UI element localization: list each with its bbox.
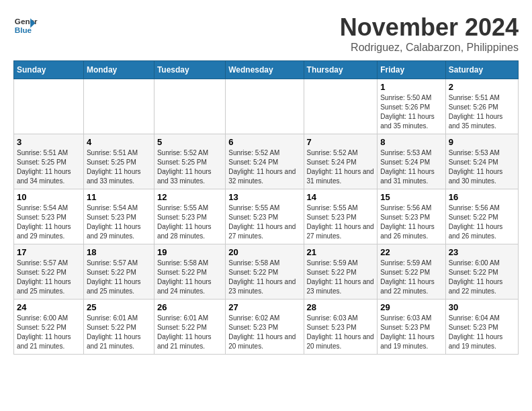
- day-number: 10: [17, 192, 81, 202]
- day-number: 15: [380, 192, 443, 202]
- calendar-cell: 23Sunrise: 6:00 AM Sunset: 5:22 PM Dayli…: [445, 244, 518, 300]
- svg-text:Blue: Blue: [15, 26, 32, 34]
- weekday-header: Monday: [83, 61, 154, 79]
- calendar-cell: 8Sunrise: 5:53 AM Sunset: 5:24 PM Daylig…: [378, 134, 446, 189]
- day-info: Sunrise: 5:54 AM Sunset: 5:23 PM Dayligh…: [17, 203, 81, 241]
- day-info: Sunrise: 5:55 AM Sunset: 5:23 PM Dayligh…: [228, 203, 300, 241]
- calendar-week-row: 17Sunrise: 5:57 AM Sunset: 5:22 PM Dayli…: [14, 244, 519, 300]
- day-number: 8: [380, 137, 443, 147]
- day-info: Sunrise: 6:03 AM Sunset: 5:23 PM Dayligh…: [307, 314, 375, 351]
- day-number: 17: [17, 247, 81, 257]
- day-number: 4: [87, 137, 151, 147]
- day-info: Sunrise: 5:59 AM Sunset: 5:22 PM Dayligh…: [307, 259, 375, 296]
- calendar-cell: 5Sunrise: 5:52 AM Sunset: 5:25 PM Daylig…: [154, 134, 225, 189]
- header-row: SundayMondayTuesdayWednesdayThursdayFrid…: [14, 61, 519, 79]
- calendar-table: SundayMondayTuesdayWednesdayThursdayFrid…: [13, 60, 519, 355]
- calendar-cell: 17Sunrise: 5:57 AM Sunset: 5:22 PM Dayli…: [14, 244, 84, 300]
- day-info: Sunrise: 5:57 AM Sunset: 5:22 PM Dayligh…: [17, 259, 81, 296]
- day-info: Sunrise: 5:56 AM Sunset: 5:23 PM Dayligh…: [380, 203, 443, 241]
- calendar-cell: [14, 79, 84, 134]
- day-info: Sunrise: 6:03 AM Sunset: 5:23 PM Dayligh…: [380, 314, 443, 351]
- calendar-cell: 14Sunrise: 5:55 AM Sunset: 5:23 PM Dayli…: [304, 189, 378, 244]
- day-info: Sunrise: 6:02 AM Sunset: 5:23 PM Dayligh…: [228, 314, 300, 351]
- day-number: 29: [380, 302, 443, 312]
- calendar-cell: 28Sunrise: 6:03 AM Sunset: 5:23 PM Dayli…: [304, 300, 378, 355]
- calendar-body: 1Sunrise: 5:50 AM Sunset: 5:26 PM Daylig…: [14, 79, 519, 355]
- day-info: Sunrise: 5:51 AM Sunset: 5:25 PM Dayligh…: [87, 148, 151, 186]
- day-info: Sunrise: 6:00 AM Sunset: 5:22 PM Dayligh…: [449, 259, 515, 296]
- day-info: Sunrise: 5:59 AM Sunset: 5:22 PM Dayligh…: [380, 259, 443, 296]
- calendar-cell: 26Sunrise: 6:01 AM Sunset: 5:22 PM Dayli…: [154, 300, 225, 355]
- location-subtitle: Rodriguez, Calabarzon, Philippines: [340, 42, 519, 54]
- day-info: Sunrise: 5:54 AM Sunset: 5:23 PM Dayligh…: [87, 203, 151, 241]
- calendar-cell: 1Sunrise: 5:50 AM Sunset: 5:26 PM Daylig…: [378, 79, 446, 134]
- calendar-cell: 6Sunrise: 5:52 AM Sunset: 5:24 PM Daylig…: [226, 134, 304, 189]
- weekday-header: Sunday: [14, 61, 84, 79]
- calendar-week-row: 1Sunrise: 5:50 AM Sunset: 5:26 PM Daylig…: [14, 79, 519, 134]
- day-number: 12: [157, 192, 222, 202]
- title-block: November 2024 Rodriguez, Calabarzon, Phi…: [340, 13, 519, 54]
- calendar-cell: 27Sunrise: 6:02 AM Sunset: 5:23 PM Dayli…: [226, 300, 304, 355]
- day-info: Sunrise: 5:52 AM Sunset: 5:24 PM Dayligh…: [228, 148, 300, 186]
- day-number: 16: [449, 192, 515, 202]
- calendar-header: SundayMondayTuesdayWednesdayThursdayFrid…: [14, 61, 519, 79]
- weekday-header: Friday: [378, 61, 446, 79]
- calendar-cell: 30Sunrise: 6:04 AM Sunset: 5:23 PM Dayli…: [445, 300, 518, 355]
- calendar-cell: 22Sunrise: 5:59 AM Sunset: 5:22 PM Dayli…: [378, 244, 446, 300]
- day-number: 25: [87, 302, 151, 312]
- page-header: General Blue November 2024 Rodriguez, Ca…: [13, 13, 519, 54]
- calendar-week-row: 10Sunrise: 5:54 AM Sunset: 5:23 PM Dayli…: [14, 189, 519, 244]
- calendar-cell: 20Sunrise: 5:58 AM Sunset: 5:22 PM Dayli…: [226, 244, 304, 300]
- calendar-cell: 7Sunrise: 5:52 AM Sunset: 5:24 PM Daylig…: [304, 134, 378, 189]
- day-info: Sunrise: 6:01 AM Sunset: 5:22 PM Dayligh…: [87, 314, 151, 351]
- calendar-cell: 29Sunrise: 6:03 AM Sunset: 5:23 PM Dayli…: [378, 300, 446, 355]
- calendar-cell: 10Sunrise: 5:54 AM Sunset: 5:23 PM Dayli…: [14, 189, 84, 244]
- day-number: 24: [17, 302, 81, 312]
- day-info: Sunrise: 5:58 AM Sunset: 5:22 PM Dayligh…: [228, 259, 300, 296]
- day-number: 18: [87, 247, 151, 257]
- day-info: Sunrise: 5:51 AM Sunset: 5:26 PM Dayligh…: [449, 93, 515, 131]
- calendar-week-row: 3Sunrise: 5:51 AM Sunset: 5:25 PM Daylig…: [14, 134, 519, 189]
- calendar-cell: 4Sunrise: 5:51 AM Sunset: 5:25 PM Daylig…: [83, 134, 154, 189]
- calendar-cell: 13Sunrise: 5:55 AM Sunset: 5:23 PM Dayli…: [226, 189, 304, 244]
- day-info: Sunrise: 6:04 AM Sunset: 5:23 PM Dayligh…: [449, 314, 515, 351]
- calendar-cell: [304, 79, 378, 134]
- calendar-cell: 3Sunrise: 5:51 AM Sunset: 5:25 PM Daylig…: [14, 134, 84, 189]
- day-info: Sunrise: 5:53 AM Sunset: 5:24 PM Dayligh…: [449, 148, 515, 186]
- calendar-cell: 19Sunrise: 5:58 AM Sunset: 5:22 PM Dayli…: [154, 244, 225, 300]
- weekday-header: Thursday: [304, 61, 378, 79]
- weekday-header: Tuesday: [154, 61, 225, 79]
- day-info: Sunrise: 5:58 AM Sunset: 5:22 PM Dayligh…: [157, 259, 222, 296]
- day-number: 26: [157, 302, 222, 312]
- day-info: Sunrise: 5:56 AM Sunset: 5:22 PM Dayligh…: [449, 203, 515, 241]
- day-info: Sunrise: 5:51 AM Sunset: 5:25 PM Dayligh…: [17, 148, 81, 186]
- logo-icon: General Blue: [13, 13, 38, 38]
- svg-text:General: General: [15, 17, 38, 26]
- day-info: Sunrise: 6:01 AM Sunset: 5:22 PM Dayligh…: [157, 314, 222, 351]
- day-number: 2: [449, 82, 515, 92]
- calendar-cell: 12Sunrise: 5:55 AM Sunset: 5:23 PM Dayli…: [154, 189, 225, 244]
- calendar-cell: 24Sunrise: 6:00 AM Sunset: 5:22 PM Dayli…: [14, 300, 84, 355]
- day-info: Sunrise: 6:00 AM Sunset: 5:22 PM Dayligh…: [17, 314, 81, 351]
- day-number: 13: [228, 192, 300, 202]
- day-number: 21: [307, 247, 375, 257]
- calendar-cell: 15Sunrise: 5:56 AM Sunset: 5:23 PM Dayli…: [378, 189, 446, 244]
- calendar-week-row: 24Sunrise: 6:00 AM Sunset: 5:22 PM Dayli…: [14, 300, 519, 355]
- day-info: Sunrise: 5:57 AM Sunset: 5:22 PM Dayligh…: [87, 259, 151, 296]
- day-number: 22: [380, 247, 443, 257]
- weekday-header: Wednesday: [226, 61, 304, 79]
- weekday-header: Saturday: [445, 61, 518, 79]
- calendar-cell: [154, 79, 225, 134]
- calendar-cell: 2Sunrise: 5:51 AM Sunset: 5:26 PM Daylig…: [445, 79, 518, 134]
- day-number: 5: [157, 137, 222, 147]
- calendar-cell: 11Sunrise: 5:54 AM Sunset: 5:23 PM Dayli…: [83, 189, 154, 244]
- day-number: 20: [228, 247, 300, 257]
- day-number: 6: [228, 137, 300, 147]
- day-number: 1: [380, 82, 443, 92]
- calendar-cell: 18Sunrise: 5:57 AM Sunset: 5:22 PM Dayli…: [83, 244, 154, 300]
- month-title: November 2024: [340, 13, 519, 42]
- day-number: 27: [228, 302, 300, 312]
- day-number: 19: [157, 247, 222, 257]
- day-number: 14: [307, 192, 375, 202]
- day-info: Sunrise: 5:52 AM Sunset: 5:24 PM Dayligh…: [307, 148, 375, 186]
